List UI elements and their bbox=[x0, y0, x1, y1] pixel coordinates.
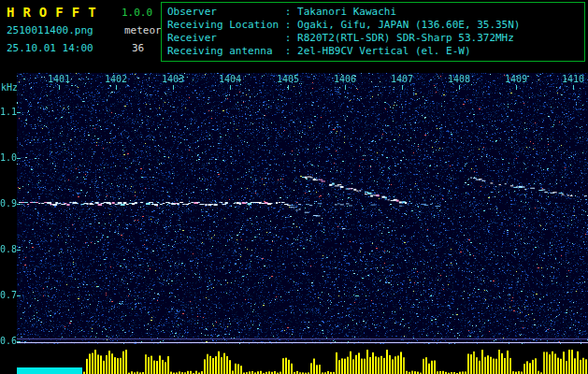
x-axis-label: 1406 bbox=[334, 74, 356, 84]
y-axis-label: 0.7 bbox=[0, 290, 14, 300]
info-value: Takanori Kawachi bbox=[297, 6, 396, 18]
station-info-panel: Observer: Takanori Kawachi Receiving Loc… bbox=[161, 2, 585, 62]
x-axis-label: 1410 bbox=[562, 74, 584, 84]
info-separator: : bbox=[285, 6, 297, 18]
y-axis-label: 0.9 bbox=[0, 198, 14, 209]
y-axis-label: 0.8 bbox=[0, 244, 14, 254]
y-axis-label: 0.6 bbox=[0, 336, 14, 346]
y-axis-unit: kHz bbox=[1, 82, 18, 93]
signal-strength-canvas bbox=[17, 348, 588, 374]
app-version: 1.0.0 bbox=[122, 7, 152, 19]
observation-mode: meteor bbox=[124, 24, 162, 36]
info-row-antenna: Receiving antenna: 2el-HB9CV Vertical (e… bbox=[167, 45, 579, 58]
x-axis-label: 1404 bbox=[219, 74, 241, 84]
info-separator: : bbox=[285, 19, 297, 31]
x-axis-label: 1401 bbox=[48, 74, 70, 84]
info-label: Receiving Location bbox=[167, 19, 285, 32]
info-row-observer: Observer: Takanori Kawachi bbox=[167, 6, 579, 19]
x-axis-label: 1408 bbox=[448, 74, 470, 84]
info-separator: : bbox=[285, 32, 297, 44]
x-axis-label: 1409 bbox=[505, 74, 527, 84]
info-separator: : bbox=[285, 45, 297, 57]
observation-datetime: 25.10.01 14:00 bbox=[7, 42, 93, 54]
y-axis-label: 1.0 bbox=[0, 152, 14, 163]
echo-count: 36 bbox=[132, 42, 144, 54]
x-axis-label: 1403 bbox=[162, 74, 184, 84]
hrofft-window: HROFFT 1.0.0 2510011400.png meteor 25.10… bbox=[0, 0, 588, 374]
info-label: Receiver bbox=[167, 32, 285, 45]
info-label: Receiving antenna bbox=[167, 45, 285, 58]
x-axis-label: 1405 bbox=[277, 74, 299, 84]
app-title: HROFFT bbox=[7, 5, 105, 20]
info-value: R820T2(RTL-SDR) SDR-Sharp 53.372MHz bbox=[297, 32, 514, 44]
x-axis-label: 1407 bbox=[391, 74, 413, 84]
info-value: Ogaki, Gifu, JAPAN (136.60E, 35.35N) bbox=[297, 19, 520, 31]
info-value: 2el-HB9CV Vertical (el. E-W) bbox=[297, 45, 470, 57]
info-row-receiver: Receiver: R820T2(RTL-SDR) SDR-Sharp 53.3… bbox=[167, 32, 579, 45]
spectrogram-canvas bbox=[17, 73, 588, 344]
info-row-location: Receiving Location: Ogaki, Gifu, JAPAN (… bbox=[167, 19, 579, 32]
info-label: Observer bbox=[167, 6, 285, 19]
output-filename: 2510011400.png bbox=[7, 24, 93, 36]
x-axis-label: 1402 bbox=[105, 74, 127, 84]
y-axis-label: 1.1 bbox=[0, 107, 14, 117]
